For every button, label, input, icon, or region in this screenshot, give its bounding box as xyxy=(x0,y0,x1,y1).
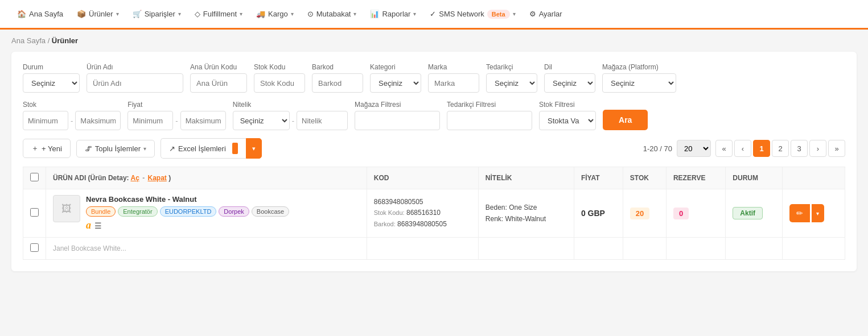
edit-button[interactable]: ✏ xyxy=(789,204,810,222)
nav-item-ana-sayfa[interactable]: 🏠 Ana Sayfa xyxy=(11,6,69,22)
product-tags: Bundle Entegratör EUDORPEKLTD Dorpek Boo… xyxy=(86,206,360,217)
select-all-checkbox[interactable] xyxy=(30,173,39,181)
new-product-button[interactable]: ＋ + Yeni xyxy=(23,139,71,158)
partial-stok-cell xyxy=(623,238,666,260)
filter-group-dil: Dil Seçiniz xyxy=(544,63,595,93)
row-checkbox-cell xyxy=(23,189,46,238)
filter-row-1: Durum SeçinizAktifPasif Ürün Adı Ana Ürü… xyxy=(23,63,845,93)
row-checkbox[interactable] xyxy=(30,208,39,217)
status-badge: Aktif xyxy=(733,207,763,219)
renk-value: Renk: White-Walnut xyxy=(486,213,567,225)
row-nitelik-cell: Beden: One Size Renk: White-Walnut xyxy=(478,189,574,238)
last-page-button[interactable]: » xyxy=(828,140,845,157)
filter-input-stok-min[interactable] xyxy=(23,111,68,130)
filter-select-kategori[interactable]: Seçiniz xyxy=(370,73,421,93)
breadcrumb: Ana Sayfa / Ürünler xyxy=(0,30,868,52)
breadcrumb-home[interactable]: Ana Sayfa xyxy=(11,36,46,45)
filter-input-fiyat-max[interactable] xyxy=(180,111,226,130)
header-checkbox-col xyxy=(23,167,46,189)
filter-input-tedarikci-filtresi[interactable] xyxy=(447,111,532,130)
new-label: + Yeni xyxy=(42,144,62,153)
page-1-button[interactable]: 1 xyxy=(753,140,770,157)
package-icon: 📦 xyxy=(77,10,86,18)
check-icon: ✓ xyxy=(430,10,436,18)
header-actions xyxy=(782,167,845,189)
prev-page-button[interactable]: ‹ xyxy=(734,140,751,157)
paperclip-icon: 🖇 xyxy=(85,144,92,153)
excel-arrow-button[interactable]: ▾ xyxy=(246,138,262,159)
next-page-button[interactable]: › xyxy=(809,140,826,157)
nav-item-mutabakat[interactable]: ⊙ Mutabakat ▾ xyxy=(302,6,363,22)
filter-select-dil[interactable]: Seçiniz xyxy=(544,73,595,93)
nav-item-ayarlar[interactable]: ⚙ Ayarlar xyxy=(524,6,568,22)
product-info: Nevra Bookcase White - Walnut Bundle Ent… xyxy=(86,195,360,231)
partial-action-cell xyxy=(782,238,845,260)
filter-input-marka[interactable] xyxy=(428,73,479,93)
filter-label-nitelik: Nitelik xyxy=(233,101,348,109)
filter-select-magaza-platform[interactable]: Seçiniz xyxy=(602,73,676,93)
page-size-select[interactable]: 2050100 xyxy=(677,140,711,157)
list-lines-icon: ☰ xyxy=(94,221,102,230)
filter-label-stok-kodu: Stok Kodu xyxy=(254,63,305,71)
nav-item-urunler[interactable]: 📦 Ürünler ▾ xyxy=(71,6,125,22)
filter-group-barkod: Barkod xyxy=(312,63,363,93)
row-durum-cell: Aktif xyxy=(726,189,782,238)
attr-cell: Beden: One Size Renk: White-Walnut xyxy=(486,202,567,225)
chart-icon: 📊 xyxy=(370,10,379,18)
barcode-main: 8683948080505 xyxy=(374,197,471,208)
nav-label-kargo: Kargo xyxy=(268,10,288,18)
filter-select-stok-filtresi[interactable]: Stokta VaStoksuzTümü xyxy=(539,111,596,130)
nav-label-raporlar: Raporlar xyxy=(382,10,410,18)
nav-item-kargo[interactable]: 🚚 Kargo ▾ xyxy=(250,6,299,22)
filter-group-stok-filtresi: Stok Filtresi Stokta VaStoksuzTümü xyxy=(539,101,596,130)
breadcrumb-current: Ürünler xyxy=(52,36,78,45)
filter-group-durum: Durum SeçinizAktifPasif xyxy=(23,63,80,93)
nav-item-sms-network[interactable]: ✓ SMS Network Beta ▾ xyxy=(424,6,521,22)
chevron-down-icon-5: ▾ xyxy=(353,11,356,17)
nav-label-mutabakat: Mutabakat xyxy=(316,10,351,18)
filter-input-ana-urun-kodu[interactable] xyxy=(190,73,247,93)
bulk-operations-button[interactable]: 🖇 Toplu İşlemler ▾ xyxy=(76,140,155,157)
nav-item-fulfillment[interactable]: ◇ Fulfillment ▾ xyxy=(189,6,248,22)
search-button[interactable]: Ara xyxy=(603,110,648,130)
action-dropdown-button[interactable]: ▾ xyxy=(812,204,824,222)
plus-icon: ＋ xyxy=(31,143,39,154)
filter-nitelik-range: Seçiniz - xyxy=(233,111,348,130)
row-kod-cell: 8683948080505 Stok Kodu: 868516310 Barko… xyxy=(367,189,478,238)
first-page-button[interactable]: « xyxy=(715,140,733,157)
nitelik-dash: - xyxy=(292,117,294,125)
filter-input-stok-kodu[interactable] xyxy=(254,73,305,93)
product-name-label: ÜRÜN ADI xyxy=(53,174,86,182)
filter-group-fiyat: Fiyat - xyxy=(127,101,225,130)
filter-input-urun-adi[interactable] xyxy=(87,73,183,93)
partial-row-checkbox[interactable] xyxy=(30,243,39,252)
filter-input-nitelik[interactable] xyxy=(297,111,348,130)
filter-input-stok-max[interactable] xyxy=(75,111,121,130)
filter-select-tedarikci[interactable]: Seçiniz xyxy=(486,73,537,93)
nav-item-raporlar[interactable]: 📊 Raporlar ▾ xyxy=(364,6,422,22)
filter-label-stok: Stok xyxy=(23,101,121,109)
filter-input-magaza-filtresi[interactable] xyxy=(355,111,440,130)
nav-item-siparisler[interactable]: 🛒 Siparişler ▾ xyxy=(127,6,187,22)
pagination-info: 1-20 / 70 2050100 « ‹ 1 2 3 › » xyxy=(643,140,845,157)
fiyat-range-dash: - xyxy=(175,117,178,125)
filter-range-fiyat: - xyxy=(127,111,225,130)
breadcrumb-separator: / xyxy=(48,36,52,45)
partial-name-cell: Janel Bookcase White... xyxy=(46,238,367,260)
ac-link[interactable]: Aç xyxy=(130,174,139,182)
header-detail-label: (Ürün Detay: xyxy=(88,174,129,182)
page-2-button[interactable]: 2 xyxy=(772,140,789,157)
filter-input-barkod[interactable] xyxy=(312,73,363,93)
excel-operations-button[interactable]: ↗ Excel İşlemleri xyxy=(161,138,246,159)
nav-label-fulfillment: Fulfillment xyxy=(203,10,237,18)
page-3-button[interactable]: 3 xyxy=(791,140,808,157)
filter-select-nitelik[interactable]: Seçiniz xyxy=(233,111,290,130)
filter-label-magaza-platform: Mağaza (Platform) xyxy=(602,63,676,71)
kapat-link[interactable]: Kapat xyxy=(148,174,167,182)
filter-label-marka: Marka xyxy=(428,63,479,71)
nav-label-sms-network: SMS Network xyxy=(439,10,484,18)
filter-input-fiyat-min[interactable] xyxy=(127,111,173,130)
beden-value: Beden: One Size xyxy=(486,202,567,213)
filter-select-durum[interactable]: SeçinizAktifPasif xyxy=(23,73,80,93)
row-stok-cell: 20 xyxy=(623,189,666,238)
